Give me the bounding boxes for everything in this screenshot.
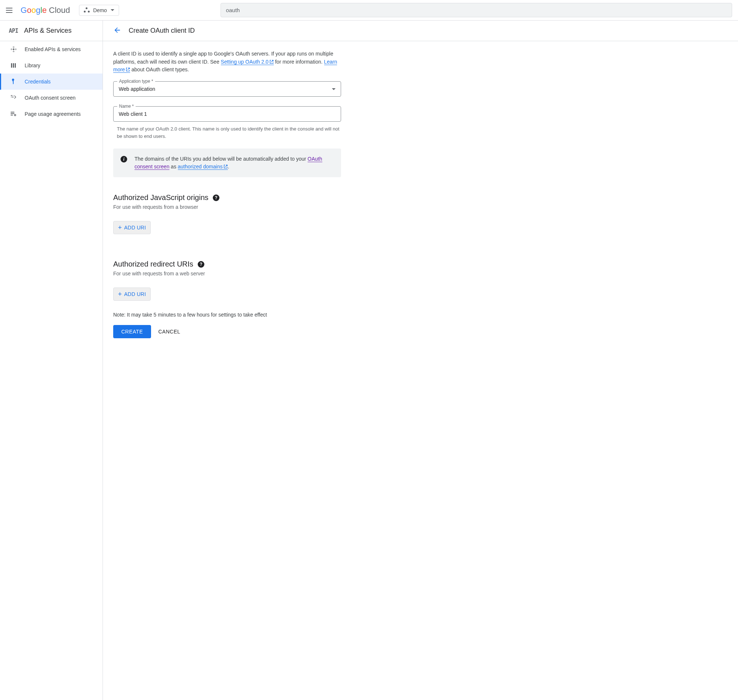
add-redirect-uri-button[interactable]: + ADD URI	[113, 287, 151, 301]
sidebar-item-library[interactable]: Library	[0, 57, 103, 74]
svg-rect-6	[13, 63, 14, 68]
sidebar-item-enabled-apis[interactable]: Enabled APIs & services	[0, 41, 103, 57]
plus-icon: +	[118, 291, 122, 297]
sidebar: API APIs & Services Enabled APIs & servi…	[0, 21, 103, 700]
svg-point-16	[14, 114, 16, 116]
add-uri-label: ADD URI	[124, 291, 146, 297]
svg-point-11	[11, 97, 12, 98]
sidebar-header: API APIs & Services	[0, 21, 103, 41]
svg-rect-13	[11, 112, 14, 113]
add-uri-label: ADD URI	[124, 225, 146, 231]
info-box: i The domains of the URIs you add below …	[113, 149, 341, 177]
svg-rect-15	[11, 115, 13, 115]
application-type-label: Application type *	[117, 79, 155, 84]
js-origins-heading: Authorized JavaScript origins	[113, 193, 209, 202]
application-type-value: Web application	[119, 86, 155, 92]
key-icon	[10, 78, 17, 85]
sidebar-item-label: Page usage agreements	[25, 111, 81, 117]
svg-rect-0	[12, 48, 15, 50]
name-helper-text: The name of your OAuth 2.0 client. This …	[117, 125, 341, 140]
sidebar-item-page-usage[interactable]: Page usage agreements	[0, 106, 103, 122]
sidebar-item-credentials[interactable]: Credentials	[0, 74, 103, 90]
page-title: Create OAuth client ID	[129, 27, 195, 35]
main-content: Create OAuth client ID A client ID is us…	[103, 21, 738, 700]
svg-rect-7	[15, 63, 16, 68]
svg-point-8	[12, 81, 12, 81]
svg-point-12	[12, 97, 13, 98]
svg-rect-4	[15, 48, 16, 50]
project-name-label: Demo	[93, 7, 107, 13]
external-link-icon	[223, 164, 228, 169]
application-type-select[interactable]: Web application	[113, 82, 341, 96]
create-button[interactable]: CREATE	[113, 325, 151, 338]
list-gear-icon	[10, 110, 17, 118]
main-header: Create OAuth client ID	[103, 21, 738, 41]
sidebar-title: APIs & Services	[24, 27, 72, 35]
name-label: Name *	[117, 104, 135, 109]
intro-text-post: about OAuth client types.	[132, 66, 189, 72]
project-selector[interactable]: Demo	[79, 5, 119, 16]
link-authorized-domains[interactable]: authorized domains	[178, 163, 228, 170]
consent-icon	[10, 94, 17, 101]
svg-point-10	[12, 95, 13, 96]
info-text: The domains of the URIs you add below wi…	[135, 155, 334, 171]
sidebar-item-label: Library	[25, 63, 40, 68]
nav-menu-button[interactable]	[6, 6, 15, 15]
plus-icon: +	[118, 224, 122, 231]
logo-cloud-text: Cloud	[49, 6, 70, 15]
sidebar-item-label: OAuth consent screen	[25, 95, 76, 101]
info-icon: i	[121, 156, 127, 163]
sidebar-item-label: Credentials	[25, 79, 51, 85]
help-icon[interactable]: ?	[198, 261, 204, 268]
external-link-icon	[126, 67, 130, 72]
intro-paragraph: A client ID is used to identify a single…	[113, 50, 341, 74]
project-icon	[84, 7, 90, 13]
redirect-uris-subtitle: For use with requests from a web server	[113, 271, 341, 276]
help-icon[interactable]: ?	[213, 194, 219, 201]
svg-rect-14	[11, 113, 14, 114]
redirect-uris-heading: Authorized redirect URIs	[113, 260, 193, 268]
name-input[interactable]	[113, 107, 341, 121]
form-actions: CREATE CANCEL	[113, 325, 341, 338]
application-type-field: Application type * Web application	[113, 81, 341, 97]
js-origins-subtitle: For use with requests from a browser	[113, 204, 341, 210]
caret-down-icon	[111, 9, 114, 11]
library-icon	[10, 62, 17, 69]
sidebar-nav: Enabled APIs & services Library Credenti…	[0, 41, 103, 122]
svg-rect-3	[11, 48, 12, 50]
back-arrow-button[interactable]	[113, 26, 121, 35]
search-container	[221, 3, 732, 17]
sidebar-item-label: Enabled APIs & services	[25, 46, 81, 52]
search-input[interactable]	[221, 3, 732, 17]
caret-down-icon	[332, 88, 335, 90]
svg-rect-5	[11, 63, 12, 68]
external-link-icon	[269, 60, 274, 64]
svg-point-9	[11, 95, 12, 96]
svg-rect-1	[12, 46, 15, 48]
delay-note: Note: It may take 5 minutes to a few hou…	[113, 312, 341, 318]
name-field: Name *	[113, 106, 341, 122]
google-cloud-logo[interactable]: Google Cloud	[21, 6, 70, 15]
diamond-icon	[10, 46, 17, 53]
add-js-origin-button[interactable]: + ADD URI	[113, 221, 151, 234]
api-badge-icon: API	[9, 28, 18, 34]
intro-text-mid: for more information.	[275, 59, 324, 65]
sidebar-item-oauth-consent[interactable]: OAuth consent screen	[0, 90, 103, 106]
link-setting-up-oauth[interactable]: Setting up OAuth 2.0	[221, 59, 274, 65]
global-header: Google Cloud Demo	[0, 0, 738, 21]
svg-rect-2	[12, 50, 15, 52]
cancel-button[interactable]: CANCEL	[159, 329, 181, 335]
